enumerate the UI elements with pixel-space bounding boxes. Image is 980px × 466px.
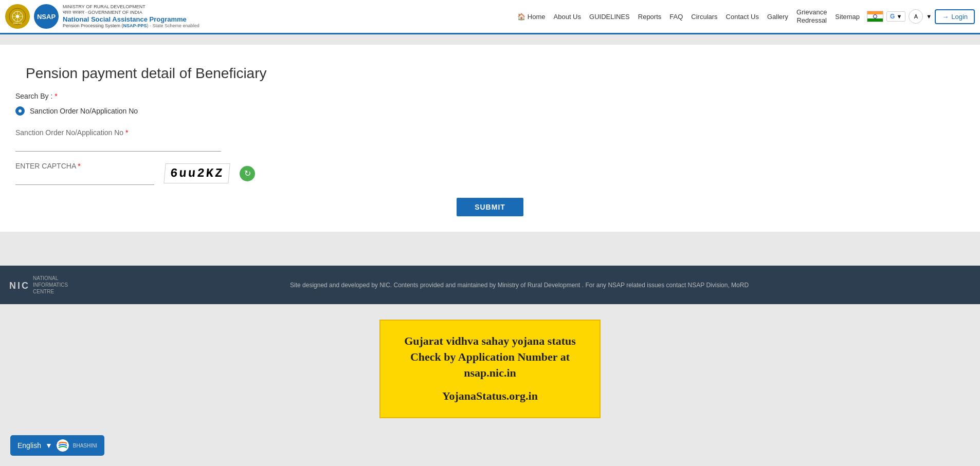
submit-row: SUBMIT — [15, 198, 965, 216]
radio-sanction-order[interactable]: Sanction Order No/Application No — [15, 106, 138, 116]
captcha-image: 6uu2KZ — [164, 163, 230, 183]
nic-full-name: NATIONAL INFORMATICS CENTRE — [33, 275, 68, 295]
nsap-logo-circle: NSAP — [34, 4, 59, 29]
captcha-input[interactable] — [15, 172, 154, 185]
home-icon: 🏠 — [517, 13, 525, 21]
captcha-label: ENTER CAPTCHA * — [15, 162, 154, 170]
search-by-label: Search By : * — [15, 92, 965, 100]
ad-line3: nsap.nic.in — [396, 365, 584, 381]
captcha-input-wrap: ENTER CAPTCHA * — [15, 162, 154, 185]
ad-area: Gujarat vidhva sahay yojana status Check… — [0, 304, 980, 428]
svg-point-8 — [57, 439, 69, 452]
captcha-row: ENTER CAPTCHA * 6uu2KZ ↻ — [15, 162, 965, 185]
nav-sitemap[interactable]: Sitemap — [832, 11, 863, 23]
bhashini-logo — [57, 439, 69, 452]
site-footer: NIC NATIONAL INFORMATICS CENTRE Site des… — [0, 266, 980, 304]
site-logo: सत्यमेव जयते NSAP MINISTRY OF RURAL DEVE… — [5, 4, 199, 29]
sanction-label: Sanction Order No/Application No * — [15, 128, 221, 137]
captcha-refresh-button[interactable]: ↻ — [240, 166, 255, 181]
nav-faq[interactable]: FAQ — [666, 11, 686, 23]
site-header: सत्यमेव जयते NSAP MINISTRY OF RURAL DEVE… — [0, 0, 980, 34]
google-translate-widget[interactable]: G ▼ — [886, 11, 905, 22]
lang-label: English — [17, 441, 41, 450]
bhashini-label: BHASHINI — [73, 443, 97, 449]
language-button[interactable]: A — [909, 9, 923, 24]
nav-contact[interactable]: Contact Us — [723, 11, 762, 23]
nav-grievance[interactable]: GrievanceRedressal — [793, 6, 830, 26]
nic-logo: NIC NATIONAL INFORMATICS CENTRE — [9, 275, 68, 295]
ministry-line1: MINISTRY OF RURAL DEVELOPMENT — [63, 4, 199, 10]
refresh-icon: ↻ — [244, 169, 251, 178]
ad-website: YojanaStatus.org.in — [396, 388, 584, 404]
lang-chevron: ▼ — [45, 441, 52, 450]
india-flag — [867, 11, 883, 22]
header-right: G ▼ A ▼ → Login — [867, 9, 975, 24]
login-button[interactable]: → Login — [935, 9, 975, 24]
nav-gallery[interactable]: Gallery — [764, 11, 791, 23]
ad-line2: Check by Application Number at — [396, 349, 584, 365]
sanction-input[interactable] — [15, 139, 221, 152]
nav-about[interactable]: About Us — [551, 11, 584, 23]
ashoka-emblem: सत्यमेव जयते — [5, 4, 30, 29]
page-title: Pension payment detail of Beneficiary — [15, 58, 965, 92]
radio-label: Sanction Order No/Application No — [30, 107, 138, 115]
logo-text-block: MINISTRY OF RURAL DEVELOPMENT भारत सरकार… — [63, 4, 199, 29]
ad-banner: Gujarat vidhva sahay yojana status Check… — [379, 320, 601, 418]
radio-group: Sanction Order No/Application No — [15, 106, 965, 116]
sanction-field: Sanction Order No/Application No * — [15, 128, 221, 152]
ministry-line2: भारत सरकार · GOVERNMENT OF INDIA — [63, 10, 199, 15]
programme-sub: Pension Processing System (NSAP-PPS) - S… — [63, 23, 199, 29]
main-content: Pension payment detail of Beneficiary Se… — [0, 34, 980, 255]
language-switcher[interactable]: English ▼ BHASHINI — [10, 435, 104, 456]
nav-guidelines[interactable]: GUIDELINES — [586, 11, 633, 23]
nav-home[interactable]: 🏠 Home — [514, 11, 548, 23]
nic-abbreviation: NIC — [9, 278, 30, 292]
ad-line1: Gujarat vidhva sahay yojana status — [396, 333, 584, 349]
main-nav: 🏠 Home About Us GUIDELINES Reports FAQ C… — [514, 6, 863, 26]
submit-button[interactable]: SUBMIT — [457, 198, 523, 216]
nav-reports[interactable]: Reports — [635, 11, 665, 23]
login-icon: → — [942, 13, 949, 21]
programme-name: National Social Assistance Programme — [63, 15, 199, 24]
footer-text: Site designed and developed by NIC. Cont… — [68, 282, 971, 289]
svg-text:सत्यमेव जयते: सत्यमेव जयते — [12, 22, 23, 25]
nav-circulars[interactable]: Circulars — [688, 11, 720, 23]
form-card: Pension payment detail of Beneficiary Se… — [0, 45, 980, 232]
radio-dot — [15, 106, 25, 116]
